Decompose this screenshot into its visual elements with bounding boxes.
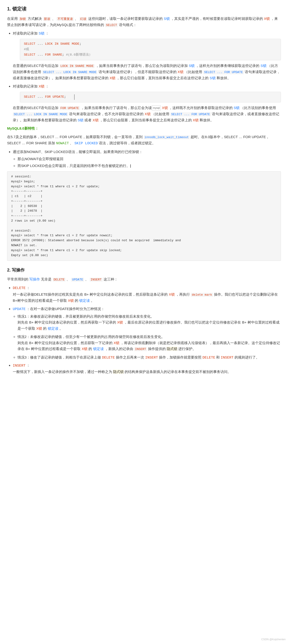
delete-kw: DELETE — [53, 278, 66, 282]
select-for-update-ref: SELECT ... FOR UPDATE — [203, 70, 244, 74]
nowait-sub-item1: 那么NOWAIT会立即报错返回 — [18, 156, 281, 162]
update-case3: 情况3：修改了该记录的键值，则相当于在原记录上做 DELETE 操作之后再来一次… — [18, 354, 281, 361]
mysql-tooltip: mysql — [152, 106, 161, 110]
x-lock-delete2: X锁 — [68, 298, 74, 302]
mysql8-title-text: MySQL8.0新特性： — [7, 126, 38, 130]
s-lock-ref3: S锁 — [210, 76, 216, 80]
innodb-lock-wait: innodb_lock_wait_timeout — [144, 135, 190, 139]
s-lock-ref5: S锁 — [78, 118, 84, 122]
x-lock-uc2: X锁 — [114, 341, 120, 345]
nowait-item: 通过添加NOWAIT、SKIP LOCKED语法，能够立即返回。如果查询的行已经… — [13, 149, 281, 169]
write-op-list: DELETE ： 对一条记录做DELETE操作的过程其实是先在 B+ 树中定位到… — [13, 285, 281, 375]
update-label: UPDATE — [13, 307, 26, 311]
hidden-lock-ref2: 隐式锁 — [113, 370, 124, 374]
update-case1: 情况1：未修改该记录的键值，并且被更新的列占用的存储空间在修改前后未发生变化。 … — [18, 313, 281, 332]
hidden-lock-ref1: 隐式锁 — [167, 347, 177, 351]
lock-read-ref1: 锁定读 — [79, 298, 90, 302]
lock-in-share-mode: LOCK IN SHARE MODE — [60, 64, 94, 68]
select-lock-in-share: SELECT ... LOCK IN SHARE MODE — [42, 70, 98, 74]
session1-code: # session1: mysql> begin; mysql> select … — [7, 171, 281, 261]
s-lock-term: S锁 — [164, 16, 170, 20]
x-lock-ref1: X锁 — [178, 70, 184, 74]
update-item: UPDATE ：在对一条记录做UPDATE操作时分为三种情况： 情况1：未修改该… — [13, 306, 281, 361]
section-1: 1. 锁定读 在采用 加锁 方式解决 脏读 、 不可重复读 、 幻读 这些问题时… — [7, 5, 281, 261]
for-update-kw: FOR UPDATE — [60, 106, 80, 110]
s-lock-item: 对读取的记录加 S锁 ： SELECT ... LOCK IN SHARE MO… — [13, 30, 281, 81]
select-term: SELECT — [105, 23, 118, 27]
cursor — [130, 164, 131, 168]
huandu-term: 幻读 — [79, 17, 87, 21]
delete-desc: 对一条记录做DELETE操作的过程其实是先在 B+ 树中定位到这条记录的位置，然… — [13, 291, 281, 304]
section-2: 2. 写操作 平常所用到的 写操作 无非是 DELETE 、 UPDATE 、 … — [7, 266, 281, 374]
x-lock-ref4: X锁 — [145, 112, 150, 116]
write-op-term: 写操作 — [29, 277, 40, 281]
update-kw: UPDATE — [71, 278, 84, 282]
delete-mark: delete mark — [191, 293, 213, 297]
x-lock-ref3: X锁 — [162, 106, 168, 110]
nowait-kw: NOWAIT — [56, 142, 69, 146]
insert-ref-uc3: INSERT — [145, 356, 158, 360]
insert-item: INSERT ： 一般情况下，新插入一条记录的操作并不加锁，通过一种称之为 隐式… — [13, 362, 281, 375]
delete-ref-uc3: DELETE — [102, 356, 115, 360]
section-1-title: 1. 锁定读 — [7, 5, 281, 13]
insert-kw: INSERT — [90, 278, 102, 282]
insert-rule-ref: INSERT — [221, 356, 234, 360]
lock-read-list: 对读取的记录加 S锁 ： SELECT ... LOCK IN SHARE MO… — [13, 30, 281, 123]
section-1-intro: 在采用 加锁 方式解决 脏读 、 不可重复读 、 幻读 这些问题时，读取一条记录… — [7, 16, 281, 28]
section-2-intro: 平常所用到的 写操作 无非是 DELETE 、 UPDATE 、 INSERT … — [7, 276, 281, 282]
skip-locked-kw: SKIP LOCKED — [74, 142, 98, 146]
x-lock-ref6: X锁 — [193, 118, 198, 122]
mysql8-title: MySQL8.0新特性： — [7, 125, 281, 132]
x-lock-term: X锁 — [264, 16, 270, 20]
lock-read-ref2: 锁定读 — [48, 326, 58, 330]
delete-item: DELETE ： 对一条记录做DELETE操作的过程其实是先在 B+ 树中定位到… — [13, 285, 281, 304]
section-2-title: 2. 写操作 — [7, 266, 281, 274]
delete-rule-ref: DELETE — [202, 356, 215, 360]
s-lock-desc: 在普通的SELECT语句后边加 LOCK IN SHARE MODE ，如果当前… — [13, 63, 281, 81]
select-lock-in-share2: SELECT ... LOCK IN SHARE MODE — [13, 112, 68, 116]
update-case2-desc: 则先在 B+ 树中定位到这条记录的位置，然后获取一下记录的 X锁 ，将该记录彻底… — [18, 340, 281, 352]
x-lock-uc1: X锁 — [117, 320, 123, 324]
delete-label: DELETE — [13, 286, 26, 290]
jiasuo-term: 加锁 — [19, 17, 27, 21]
s-lock-code: SELECT ... LOCK IN SHARE MODE; #或 SELECT… — [20, 39, 281, 60]
s-lock-ref4: S锁 — [234, 106, 240, 110]
mysql8-body: 在5.7及之前的版本，SELECT … FOR UPDATE，如果获取不到锁，会… — [7, 134, 281, 147]
x-lock-code: SELECT ... FOR UPDATE; — [20, 92, 281, 102]
x-lock-uc1b: X锁 — [36, 326, 42, 330]
skip-locked-sub-item: 而SKIP LOCKED也会立即返回，只是返回的结果中不包含被锁定的行。 — [18, 163, 281, 169]
s-lock-ref1: S锁 — [189, 64, 194, 68]
insert-ref-uc2: INSERT — [134, 347, 147, 351]
x-lock-desc: 在普通的SELECT语句后边加 FOR UPDATE ，如果当前事务执行了该语句… — [13, 105, 281, 123]
x-lock-label: X锁 — [38, 84, 44, 88]
x-lock-uc2b: X锁 — [82, 347, 88, 351]
x-lock-ref2: X锁 — [110, 76, 116, 80]
x-lock-item: 对读取的记录加 X锁 ： SELECT ... FOR UPDATE; 在普通的… — [13, 83, 281, 123]
page-container: 1. 锁定读 在采用 加锁 方式解决 脏读 、 不可重复读 、 幻读 这些问题时… — [7, 5, 281, 375]
select-for-update2: SELECT ... FOR UPDATE — [170, 112, 211, 116]
zangdu-term: 脏读 — [43, 17, 51, 21]
s-lock-label: S锁 — [38, 31, 44, 35]
nowait-sub-list: 那么NOWAIT会立即报错返回 而SKIP LOCKED也会立即返回，只是返回的… — [18, 156, 281, 169]
lock-read-ref3: 锁定读 — [93, 347, 104, 351]
x-lock-ref5: X锁 — [93, 118, 98, 122]
nowait-list: 通过添加NOWAIT、SKIP LOCKED语法，能够立即返回。如果查询的行已经… — [13, 149, 281, 169]
insert-desc: 一般情况下，新插入一条记录的操作并不加锁，通过一种称之为 隐式锁 的结构来保护这… — [13, 369, 281, 375]
x-lock-delete: X锁 — [169, 292, 175, 296]
insert-label: INSERT — [13, 364, 26, 368]
update-case2: 情况2：未修改该记录的键值，但至少有一个被更新的列占用的存储空间在修改前后发生变… — [18, 334, 281, 352]
bkcd-term: 不可重复读 — [56, 17, 74, 21]
s-lock-ref2: S锁 — [260, 64, 266, 68]
update-cases-list: 情况1：未修改该记录的键值，并且被更新的列占用的存储空间在修改前后未发生变化。 … — [18, 313, 281, 361]
update-case1-desc: 则先在 B+ 树中定位到这条记录的位置，然后再获取一下记录的 X锁 ，最后在原记… — [18, 319, 281, 331]
